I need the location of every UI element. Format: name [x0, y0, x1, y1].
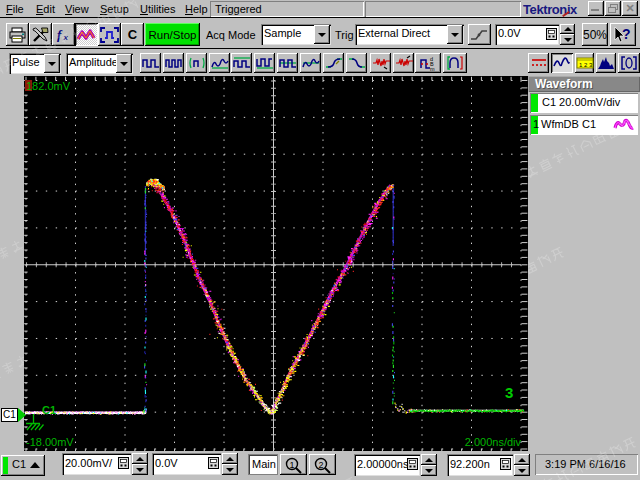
svg-text:182.0mV: 182.0mV [26, 80, 71, 92]
svg-text:f: f [57, 27, 63, 42]
svg-text:1: 1 [289, 459, 294, 469]
svg-text:-18.00mV: -18.00mV [26, 436, 74, 448]
svg-text:1 2 3: 1 2 3 [579, 62, 593, 68]
svg-text:?: ? [622, 26, 631, 42]
svg-text:x: x [63, 32, 69, 42]
svg-text:3: 3 [505, 384, 513, 401]
svg-text:C1: C1 [42, 404, 56, 416]
svg-text:m: m [430, 66, 435, 71]
svg-text:2.000ns/div: 2.000ns/div [465, 436, 522, 448]
svg-text:2: 2 [318, 459, 323, 469]
